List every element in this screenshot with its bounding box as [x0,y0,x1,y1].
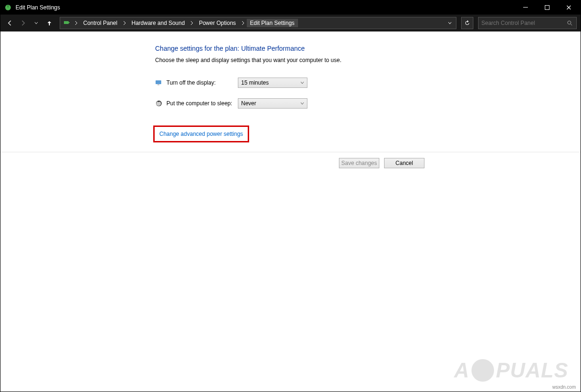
svg-rect-3 [545,6,550,10]
minimize-button[interactable] [515,0,536,15]
sleep-label: Put the computer to sleep: [166,100,238,107]
page-title: Change settings for the plan: Ultimate P… [155,45,581,52]
forward-button[interactable] [17,17,29,29]
sleep-setting-row: Put the computer to sleep: Never [155,98,581,109]
svg-line-7 [571,24,572,25]
save-button[interactable]: Save changes [339,158,379,168]
chevron-down-icon [300,81,304,85]
address-bar[interactable]: Control Panel Hardware and Sound Power O… [60,17,456,29]
cancel-button[interactable]: Cancel [384,158,424,168]
chevron-right-icon[interactable] [189,21,195,25]
maximize-button[interactable] [536,0,558,15]
watermark-b: PUALS [496,359,568,382]
svg-rect-4 [64,21,69,24]
svg-rect-1 [8,5,8,8]
svg-point-6 [568,21,571,24]
display-dropdown[interactable]: 15 minutes [238,78,307,88]
svg-rect-9 [157,85,159,85]
window-controls [515,0,580,15]
close-button[interactable] [558,0,580,15]
window: Edit Plan Settings [0,0,581,392]
breadcrumb-power-options[interactable]: Power Options [196,19,239,27]
history-dropdown-icon[interactable] [31,17,42,29]
chevron-right-icon[interactable] [73,21,79,25]
display-value: 15 minutes [241,79,269,86]
svg-rect-2 [523,7,528,8]
watermark: A PUALS [454,359,568,382]
breadcrumb-control-panel[interactable]: Control Panel [80,19,121,27]
navigation-bar: Control Panel Hardware and Sound Power O… [0,15,581,31]
sleep-dropdown[interactable]: Never [238,98,307,109]
advanced-power-link[interactable]: Change advanced power settings [159,131,243,137]
watermark-face-icon [471,359,494,382]
display-label: Turn off the display: [166,79,238,86]
window-title: Edit Plan Settings [16,4,515,11]
search-icon[interactable] [566,20,573,26]
sleep-icon [155,100,163,107]
advanced-link-highlight: Change advanced power settings [153,125,249,142]
refresh-button[interactable] [461,17,473,29]
watermark-a: A [454,359,470,382]
back-button[interactable] [4,17,16,29]
chevron-right-icon[interactable] [122,21,127,25]
content-area: Change settings for the plan: Ultimate P… [0,31,581,392]
display-icon [155,79,163,86]
address-dropdown-icon[interactable] [444,21,456,25]
chevron-down-icon [300,102,304,105]
chevron-right-icon[interactable] [240,21,246,25]
breadcrumb-edit-plan[interactable]: Edit Plan Settings [247,19,298,27]
titlebar: Edit Plan Settings [0,0,581,15]
search-box[interactable] [478,17,577,29]
app-icon [4,4,12,11]
sleep-value: Never [241,100,256,107]
svg-rect-8 [156,80,161,84]
page-subtitle: Choose the sleep and display settings th… [155,57,581,63]
attribution: wsxdn.com [552,384,576,390]
svg-rect-5 [69,22,70,23]
up-button[interactable] [44,17,55,29]
power-plan-icon [62,18,71,28]
search-input[interactable] [481,20,566,26]
display-setting-row: Turn off the display: 15 minutes [155,78,581,88]
button-row: Save changes Cancel [0,152,581,168]
breadcrumb-hardware-sound[interactable]: Hardware and Sound [128,19,188,27]
